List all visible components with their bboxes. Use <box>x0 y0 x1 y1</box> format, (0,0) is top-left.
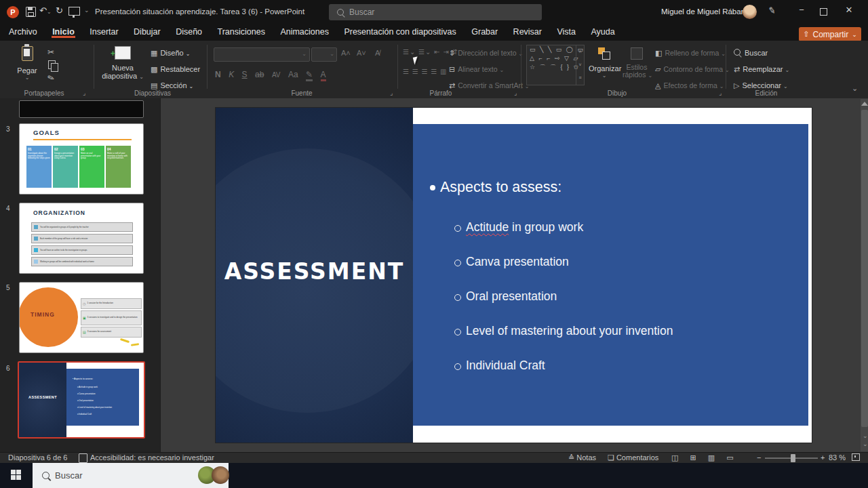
slide-bullet-3[interactable]: Oral presentation <box>466 289 557 304</box>
slide-canvas[interactable]: ASSESSMENT Aspects to assess: Actitude i… <box>216 108 812 443</box>
slideshow-icon[interactable] <box>68 7 80 16</box>
slide-layout-button[interactable]: ▦Diseño ⌄ <box>151 49 190 58</box>
powerpoint-logo-icon: P <box>7 6 19 18</box>
align-text-button[interactable]: ⊟Alinear texto ⌄ <box>449 65 504 74</box>
scroll-down-icon[interactable]: ⌄ <box>863 433 868 439</box>
arrange-button[interactable]: Organizar ⌄ <box>589 47 620 79</box>
new-slide-button[interactable]: Nueva diapositiva ⌄ <box>102 46 144 81</box>
pen-mode-icon[interactable]: ✎ <box>768 5 776 16</box>
slide-bullet-5[interactable]: Individual Craft <box>466 359 545 373</box>
slideshow-view-icon[interactable]: ▭ <box>726 453 733 462</box>
accessibility-status[interactable]: Accesibilidad: es necesario investigar <box>90 453 214 462</box>
zoom-slider-thumb[interactable] <box>791 454 795 462</box>
normal-view-icon[interactable]: ◫ <box>671 453 678 462</box>
bullet-icon <box>430 185 435 190</box>
next-slide-icon[interactable]: ⌄ <box>863 441 868 447</box>
dialog-launcher-icon[interactable]: ⌟ <box>719 89 722 96</box>
slide-thumbnail-timing[interactable]: TIMING ◷1 session for the Introduction ▣… <box>19 282 144 353</box>
decoration-dashes <box>131 343 139 346</box>
slide-sorter-icon[interactable]: ⊞ <box>690 453 696 462</box>
slide-bullet-4[interactable]: Level of mastering about your invention <box>466 324 673 338</box>
shrink-font-icon[interactable]: A˅ <box>357 49 366 57</box>
comments-button[interactable]: ❏ Comentarios <box>608 453 658 462</box>
dialog-launcher-icon[interactable]: ⌟ <box>390 89 393 96</box>
collapse-ribbon-icon[interactable]: ⌄ <box>852 85 858 92</box>
bold-button[interactable]: N <box>215 70 221 79</box>
save-icon[interactable] <box>26 7 36 17</box>
slide-heading[interactable]: Aspects to assess: <box>440 179 561 196</box>
zoom-level[interactable]: 83 % <box>829 453 846 462</box>
strikethrough-button[interactable]: ab <box>255 70 264 79</box>
fit-slide-button[interactable] <box>852 453 860 462</box>
paste-button[interactable]: Pegar ⌄ <box>12 46 42 81</box>
font-color-button[interactable]: A <box>321 70 326 81</box>
restore-button[interactable] <box>814 5 833 20</box>
tab-dibujar[interactable]: Dibujar <box>127 24 167 38</box>
slide-bullet-2[interactable]: Canva presentation <box>466 255 569 269</box>
shapes-gallery[interactable]: ▭ ╲ ╲ ▭ ◯ ▭ △ ⌐ ⌐ ⇨ ▽ ▱ ☆ ⌒ ⌒ { } ✩ ˄˅≡ <box>526 45 585 85</box>
reading-view-icon[interactable]: ▥ <box>708 453 715 462</box>
tab-animaciones[interactable]: Animaciones <box>274 24 335 38</box>
dialog-launcher-icon[interactable]: ⌟ <box>83 89 85 96</box>
notes-button[interactable]: ≙ Notas <box>568 453 596 462</box>
ribbon-search-box[interactable]: Buscar <box>329 4 542 20</box>
font-name-combo[interactable]: ⌄ <box>214 47 310 62</box>
tab-revisar[interactable]: Revisar <box>507 24 548 38</box>
tab-presentacion[interactable]: Presentación con diapositivas <box>338 24 462 38</box>
laptop-icon: ▣ <box>83 316 86 320</box>
dialog-launcher-icon[interactable]: ⌟ <box>514 89 517 96</box>
taskbar-search[interactable]: Buscar <box>33 463 229 488</box>
scrollbar-thumb[interactable] <box>861 110 868 427</box>
tab-transiciones[interactable]: Transiciones <box>212 24 271 38</box>
font-size-combo[interactable]: ⌄ <box>311 47 337 62</box>
tab-archivo[interactable]: Archivo <box>3 24 43 38</box>
slide-thumbnail-assessment-selected[interactable]: ASSESSMENT • Aspects to assess: o Actitu… <box>18 361 145 439</box>
avatar[interactable] <box>743 5 757 19</box>
quick-styles-button[interactable]: Estilos rápidos ⌄ <box>623 47 651 79</box>
scroll-up-icon[interactable] <box>861 102 868 106</box>
undo-icon[interactable]: ↶⌄ <box>39 5 52 16</box>
copy-icon[interactable] <box>48 60 56 69</box>
vertical-scrollbar[interactable]: ⌄ ⌄ <box>861 99 868 451</box>
text-direction-button[interactable]: ⇕Dirección del texto ⌄ <box>449 49 523 58</box>
tab-ayuda[interactable]: Ayuda <box>585 24 620 38</box>
qat-overflow-icon[interactable]: ⌄ <box>84 7 90 14</box>
find-button[interactable]: Buscar <box>734 49 768 57</box>
shape-outline-button[interactable]: ▱Contorno de forma ⌄ <box>655 65 730 74</box>
slide-left-panel[interactable]: ASSESSMENT <box>216 108 413 443</box>
clear-format-icon[interactable]: A̸ <box>375 49 380 57</box>
tab-inicio[interactable]: Inicio <box>46 24 81 38</box>
change-case-button[interactable]: Aa <box>288 70 298 79</box>
tab-insertar[interactable]: Insertar <box>83 24 124 38</box>
slide-thumbnail-organization[interactable]: ORGANIZATION You will be organized in gr… <box>19 203 144 274</box>
share-button[interactable]: ⇧ Compartir ⌄ <box>799 27 861 41</box>
shape-effects-button[interactable]: ◬Efectos de forma ⌄ <box>655 81 724 90</box>
alignment-buttons[interactable]: ☰ ☰ ☰ ☰ ▥ <box>403 68 447 75</box>
slide-title[interactable]: ASSESSMENT <box>216 258 413 285</box>
close-button[interactable]: ✕ <box>840 3 859 18</box>
shape-fill-button[interactable]: ◧Relleno de forma ⌄ <box>655 49 726 58</box>
start-button[interactable] <box>11 470 22 481</box>
zoom-out-button[interactable]: − <box>757 453 761 462</box>
tab-vista[interactable]: Vista <box>551 24 582 38</box>
char-spacing-button[interactable]: AV <box>272 71 281 79</box>
grow-font-icon[interactable]: A˄ <box>341 49 351 57</box>
slide-content-area[interactable]: Aspects to assess: Actitude in group wor… <box>413 124 808 426</box>
reset-slide-button[interactable]: ▩Restablecer <box>151 65 200 74</box>
slide-indicator[interactable]: Diapositiva 6 de 6 <box>8 453 67 462</box>
replace-button[interactable]: ⇄Reemplazar ⌄ <box>734 65 789 74</box>
slide-bullet-1[interactable]: Actitude in group work <box>466 220 583 235</box>
italic-button[interactable]: K <box>229 70 234 79</box>
tab-diseno[interactable]: Diseño <box>170 24 208 38</box>
underline-button[interactable]: S <box>242 70 248 79</box>
zoom-in-button[interactable]: + <box>821 453 825 462</box>
minimize-button[interactable]: − <box>792 3 811 18</box>
slide-thumbnail-2-partial[interactable] <box>19 100 144 118</box>
redo-icon[interactable]: ↻ <box>56 5 63 16</box>
slide-thumbnail-goals[interactable]: GOALS 01Investigate about the invention … <box>19 123 144 195</box>
cut-icon[interactable]: ✂ <box>47 47 54 57</box>
account-name[interactable]: Miguel de Miguel Rábanos <box>661 7 753 16</box>
tab-grabar[interactable]: Grabar <box>465 24 504 38</box>
highlight-button[interactable]: ✎ <box>306 70 313 81</box>
format-painter-icon[interactable]: ✎ <box>46 73 56 84</box>
